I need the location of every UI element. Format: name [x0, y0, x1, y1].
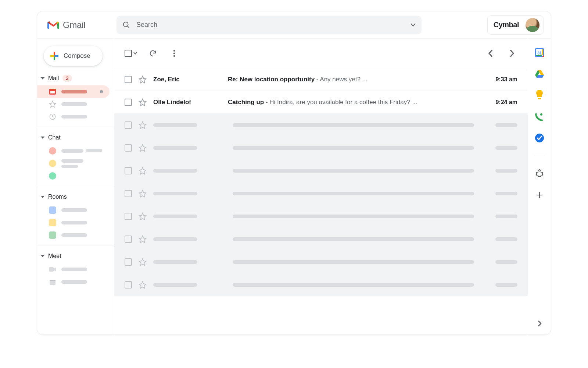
star-toggle[interactable] — [139, 235, 147, 243]
meet-join-meeting[interactable] — [37, 276, 114, 288]
subject: Re: New location opportunity — [228, 76, 315, 83]
more-vertical-icon — [173, 50, 175, 57]
room-item[interactable] — [37, 229, 114, 241]
addons-button[interactable] — [534, 169, 545, 179]
placeholder-text — [495, 237, 517, 241]
star-outline-icon — [49, 100, 56, 108]
row-checkbox[interactable] — [125, 76, 132, 83]
svg-point-11 — [173, 52, 175, 54]
tasks-app-button[interactable] — [534, 133, 545, 143]
search-bar[interactable] — [116, 16, 422, 34]
email-row-placeholder[interactable] — [114, 205, 528, 228]
star-toggle[interactable] — [139, 212, 147, 220]
section-label-chat: Chat — [48, 134, 61, 141]
row-checkbox[interactable] — [125, 281, 132, 289]
more-button[interactable] — [169, 48, 180, 59]
select-all-checkbox[interactable] — [125, 50, 137, 57]
svg-rect-17 — [542, 49, 543, 55]
email-row-placeholder[interactable] — [114, 273, 528, 296]
star-outline-icon — [139, 144, 147, 152]
email-row-placeholder[interactable] — [114, 114, 528, 137]
email-row-placeholder[interactable] — [114, 251, 528, 273]
account-chip[interactable]: Cymbal — [487, 15, 544, 35]
drive-app-button[interactable] — [534, 69, 545, 79]
collapse-panel-button[interactable] — [534, 318, 545, 329]
star-toggle[interactable] — [139, 167, 147, 175]
room-item[interactable] — [37, 204, 114, 216]
compose-button[interactable]: Compose — [44, 46, 103, 66]
older-button[interactable] — [506, 48, 517, 59]
room-color-icon — [49, 206, 56, 214]
section-header-mail[interactable]: Mail 2 — [37, 72, 114, 85]
search-options-icon[interactable] — [410, 23, 416, 27]
email-row[interactable]: Olle Lindelof Catching up - Hi Indira, a… — [114, 91, 528, 114]
sidebar-item-inbox[interactable] — [37, 85, 110, 98]
placeholder-text — [153, 169, 197, 173]
section-header-meet[interactable]: Meet — [37, 251, 114, 263]
svg-point-21 — [539, 170, 540, 171]
placeholder-text — [61, 90, 87, 93]
search-input[interactable] — [136, 21, 405, 29]
presence-dot-icon — [49, 160, 56, 167]
placeholder-text — [495, 146, 517, 150]
row-checkbox[interactable] — [125, 99, 132, 106]
side-panel: 31 — [528, 39, 551, 335]
star-toggle[interactable] — [139, 75, 147, 84]
svg-point-2 — [123, 22, 128, 26]
row-checkbox[interactable] — [125, 121, 132, 129]
brand[interactable]: Gmail — [47, 20, 106, 30]
caret-down-icon — [41, 77, 44, 79]
placeholder-text — [61, 280, 87, 284]
star-toggle[interactable] — [139, 121, 147, 129]
section-rooms: Rooms — [37, 186, 114, 245]
email-row-placeholder[interactable] — [114, 159, 528, 182]
row-checkbox[interactable] — [125, 144, 132, 152]
star-toggle[interactable] — [139, 190, 147, 198]
row-checkbox[interactable] — [125, 258, 132, 266]
sidebar-item-snoozed[interactable] — [37, 110, 114, 123]
star-outline-icon — [139, 212, 147, 220]
email-row[interactable]: Zoe, Eric Re: New location opportunity -… — [114, 68, 528, 91]
room-item[interactable] — [37, 216, 114, 229]
star-toggle[interactable] — [139, 144, 147, 152]
body: Compose Mail 2 — [37, 39, 551, 335]
star-outline-icon — [139, 167, 147, 175]
email-row-placeholder[interactable] — [114, 137, 528, 159]
placeholder-text — [495, 283, 517, 287]
row-checkbox[interactable] — [125, 190, 132, 197]
section-header-rooms[interactable]: Rooms — [37, 191, 114, 204]
placeholder-text — [495, 123, 517, 127]
email-content: Catching up - Hi Indira, are you availab… — [228, 99, 481, 106]
placeholder-text — [233, 192, 474, 195]
time: 9:24 am — [488, 99, 517, 106]
keep-app-button[interactable] — [534, 90, 545, 100]
chat-contact[interactable] — [37, 157, 114, 170]
newer-button[interactable] — [485, 48, 496, 59]
unread-dot-icon — [100, 90, 103, 93]
chat-contact[interactable] — [37, 145, 114, 157]
row-checkbox[interactable] — [125, 213, 132, 220]
calendar-app-button[interactable]: 31 — [534, 47, 545, 58]
sidebar-item-starred[interactable] — [37, 98, 114, 110]
email-row-placeholder[interactable] — [114, 228, 528, 251]
section-header-chat[interactable]: Chat — [37, 132, 114, 145]
voice-app-button[interactable] — [534, 112, 545, 122]
star-outline-icon — [139, 258, 147, 266]
room-color-icon — [49, 231, 56, 239]
row-checkbox[interactable] — [125, 167, 132, 174]
star-toggle[interactable] — [139, 258, 147, 266]
tasks-icon — [535, 133, 544, 143]
placeholder-text — [233, 146, 474, 150]
caret-down-icon — [41, 137, 44, 139]
avatar[interactable] — [526, 18, 539, 32]
plus-icon — [50, 52, 58, 60]
placeholder-text — [61, 102, 87, 106]
email-row-placeholder[interactable] — [114, 182, 528, 205]
star-toggle[interactable] — [139, 98, 147, 106]
get-addons-button[interactable] — [534, 190, 545, 200]
chat-contact[interactable] — [37, 170, 114, 182]
row-checkbox[interactable] — [125, 236, 132, 243]
refresh-button[interactable] — [147, 48, 158, 59]
star-toggle[interactable] — [139, 281, 147, 289]
meet-new-meeting[interactable] — [37, 263, 114, 276]
